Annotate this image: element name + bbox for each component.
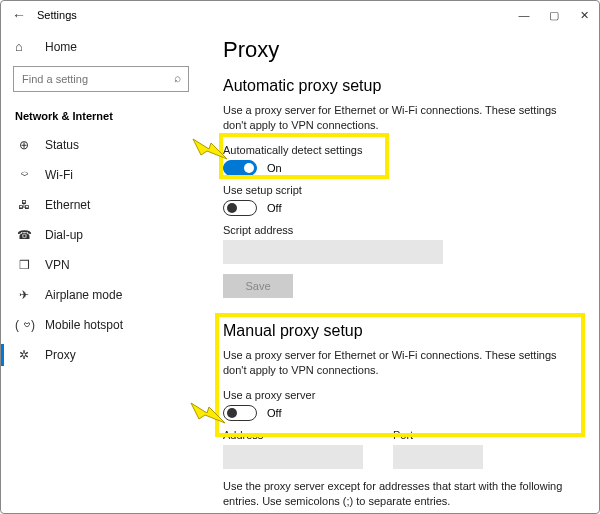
auto-desc: Use a proxy server for Ethernet or Wi-Fi… (223, 103, 563, 134)
sidebar-item-label: Status (45, 138, 79, 152)
search-input[interactable] (13, 66, 189, 92)
sidebar-item-status[interactable]: ⊕Status (1, 130, 201, 160)
use-proxy-toggle[interactable] (223, 405, 257, 421)
dial-up-icon: ☎ (15, 228, 33, 242)
vpn-icon: ❒ (15, 258, 33, 272)
sidebar-item-label: Mobile hotspot (45, 318, 123, 332)
proxy-icon: ✲ (15, 348, 33, 362)
section-heading: Network & Internet (1, 100, 201, 130)
sidebar-item-label: Proxy (45, 348, 76, 362)
sidebar-item-label: Ethernet (45, 198, 90, 212)
address-input[interactable] (223, 445, 363, 469)
search-icon: ⌕ (174, 71, 181, 85)
home-icon: ⌂ (15, 39, 33, 54)
script-address-label: Script address (223, 224, 577, 236)
window-title: Settings (37, 9, 77, 21)
svg-marker-1 (191, 403, 225, 423)
sidebar-item-label: Dial-up (45, 228, 83, 242)
sidebar-item-mobile-hotspot[interactable]: (ဗ)Mobile hotspot (1, 310, 201, 340)
sidebar-item-dial-up[interactable]: ☎Dial-up (1, 220, 201, 250)
sidebar-item-proxy[interactable]: ✲Proxy (1, 340, 201, 370)
sidebar-item-label: VPN (45, 258, 70, 272)
script-address-input[interactable] (223, 240, 443, 264)
airplane-mode-icon: ✈ (15, 288, 33, 302)
main-panel: Proxy Automatic proxy setup Use a proxy … (201, 29, 599, 513)
svg-marker-0 (193, 139, 227, 159)
port-input[interactable] (393, 445, 483, 469)
titlebar: ← Settings — ▢ ✕ (1, 1, 599, 29)
maximize-button[interactable]: ▢ (539, 1, 569, 29)
auto-heading: Automatic proxy setup (223, 77, 577, 95)
detect-state: On (267, 162, 282, 174)
arrow-annotation-1 (191, 137, 227, 165)
port-label: Port (393, 429, 483, 441)
wi-fi-icon: ⌔ (15, 168, 33, 182)
manual-heading: Manual proxy setup (223, 322, 577, 340)
save-button[interactable]: Save (223, 274, 293, 298)
home-label: Home (45, 40, 77, 54)
use-proxy-label: Use a proxy server (223, 389, 577, 401)
except-desc: Use the proxy server except for addresse… (223, 479, 563, 510)
status-icon: ⊕ (15, 138, 33, 152)
script-toggle[interactable] (223, 200, 257, 216)
sidebar: ⌂ Home ⌕ Network & Internet ⊕Status⌔Wi-F… (1, 29, 201, 513)
sidebar-item-wi-fi[interactable]: ⌔Wi-Fi (1, 160, 201, 190)
script-label: Use setup script (223, 184, 577, 196)
sidebar-item-vpn[interactable]: ❒VPN (1, 250, 201, 280)
ethernet-icon: 🖧 (15, 198, 33, 212)
sidebar-home[interactable]: ⌂ Home (1, 33, 201, 60)
script-state: Off (267, 202, 281, 214)
mobile-hotspot-icon: (ဗ) (15, 318, 33, 332)
detect-toggle[interactable] (223, 160, 257, 176)
back-button[interactable]: ← (9, 7, 29, 23)
sidebar-item-label: Airplane mode (45, 288, 122, 302)
page-title: Proxy (223, 37, 577, 63)
sidebar-item-label: Wi-Fi (45, 168, 73, 182)
arrow-annotation-2 (189, 401, 225, 429)
address-label: Address (223, 429, 363, 441)
manual-desc: Use a proxy server for Ethernet or Wi-Fi… (223, 348, 563, 379)
close-button[interactable]: ✕ (569, 1, 599, 29)
detect-label: Automatically detect settings (223, 144, 577, 156)
sidebar-item-ethernet[interactable]: 🖧Ethernet (1, 190, 201, 220)
minimize-button[interactable]: — (509, 1, 539, 29)
use-proxy-state: Off (267, 407, 281, 419)
sidebar-item-airplane-mode[interactable]: ✈Airplane mode (1, 280, 201, 310)
